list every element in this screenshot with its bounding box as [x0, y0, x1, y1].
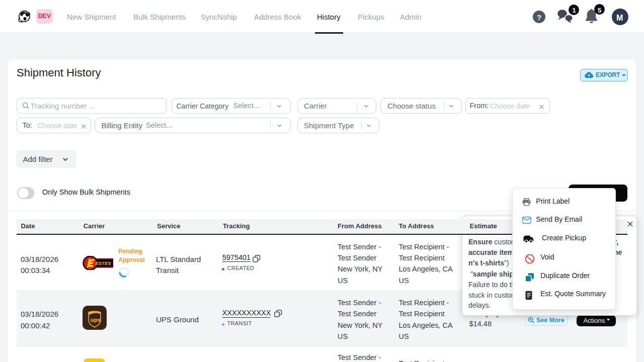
- svg-text:ESTES: ESTES: [96, 261, 111, 266]
- svg-text:ups: ups: [91, 317, 101, 323]
